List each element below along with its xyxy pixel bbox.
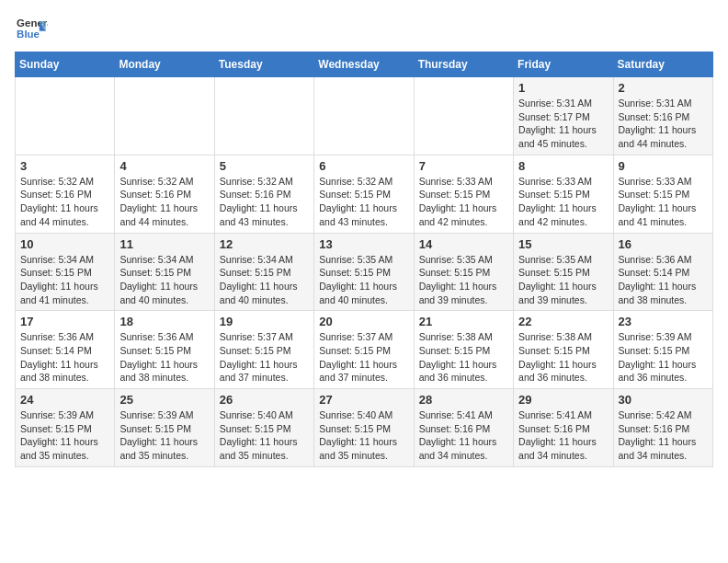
day-number: 7	[419, 159, 508, 173]
calendar-cell	[414, 77, 513, 155]
calendar-cell: 9Sunrise: 5:33 AM Sunset: 5:15 PM Daylig…	[613, 155, 712, 233]
day-info: Sunrise: 5:34 AM Sunset: 5:15 PM Dayligh…	[119, 253, 209, 307]
weekday-header-monday: Monday	[115, 52, 214, 77]
day-info: Sunrise: 5:39 AM Sunset: 5:15 PM Dayligh…	[119, 408, 209, 463]
weekday-header-saturday: Saturday	[613, 52, 712, 77]
day-info: Sunrise: 5:33 AM Sunset: 5:15 PM Dayligh…	[619, 175, 708, 229]
day-number: 1	[518, 81, 608, 95]
day-number: 20	[319, 315, 408, 328]
calendar-cell: 22Sunrise: 5:38 AM Sunset: 5:15 PM Dayli…	[514, 311, 613, 389]
day-number: 18	[119, 315, 209, 328]
calendar-cell: 1Sunrise: 5:31 AM Sunset: 5:17 PM Daylig…	[514, 77, 613, 155]
day-number: 24	[20, 393, 109, 407]
day-number: 14	[419, 237, 508, 251]
calendar-week-2: 3Sunrise: 5:32 AM Sunset: 5:16 PM Daylig…	[16, 155, 713, 233]
calendar-cell: 13Sunrise: 5:35 AM Sunset: 5:15 PM Dayli…	[314, 233, 414, 311]
calendar-table: SundayMondayTuesdayWednesdayThursdayFrid…	[15, 52, 713, 467]
calendar-cell: 14Sunrise: 5:35 AM Sunset: 5:15 PM Dayli…	[414, 233, 513, 311]
calendar-cell: 12Sunrise: 5:34 AM Sunset: 5:15 PM Dayli…	[214, 233, 313, 311]
day-info: Sunrise: 5:41 AM Sunset: 5:16 PM Dayligh…	[518, 408, 608, 463]
calendar-cell: 16Sunrise: 5:36 AM Sunset: 5:14 PM Dayli…	[613, 233, 712, 311]
calendar-cell: 28Sunrise: 5:41 AM Sunset: 5:16 PM Dayli…	[414, 389, 513, 467]
logo: General Blue	[15, 15, 48, 42]
calendar-cell: 7Sunrise: 5:33 AM Sunset: 5:15 PM Daylig…	[414, 155, 513, 233]
calendar-cell: 29Sunrise: 5:41 AM Sunset: 5:16 PM Dayli…	[514, 389, 613, 467]
calendar-cell: 18Sunrise: 5:36 AM Sunset: 5:15 PM Dayli…	[115, 311, 214, 389]
calendar-cell: 19Sunrise: 5:37 AM Sunset: 5:15 PM Dayli…	[214, 311, 313, 389]
day-number: 11	[119, 237, 209, 251]
day-number: 27	[319, 393, 408, 407]
day-info: Sunrise: 5:34 AM Sunset: 5:15 PM Dayligh…	[220, 253, 309, 307]
calendar-cell: 26Sunrise: 5:40 AM Sunset: 5:15 PM Dayli…	[214, 389, 313, 467]
day-info: Sunrise: 5:33 AM Sunset: 5:15 PM Dayligh…	[518, 175, 608, 229]
day-info: Sunrise: 5:42 AM Sunset: 5:16 PM Dayligh…	[619, 408, 708, 463]
calendar-week-5: 24Sunrise: 5:39 AM Sunset: 5:15 PM Dayli…	[16, 389, 713, 467]
day-info: Sunrise: 5:39 AM Sunset: 5:15 PM Dayligh…	[20, 408, 109, 463]
day-number: 28	[419, 393, 508, 407]
calendar-week-1: 1Sunrise: 5:31 AM Sunset: 5:17 PM Daylig…	[16, 77, 713, 155]
day-number: 29	[518, 393, 608, 407]
calendar-cell	[214, 77, 313, 155]
day-number: 2	[619, 81, 708, 95]
day-info: Sunrise: 5:38 AM Sunset: 5:15 PM Dayligh…	[419, 330, 508, 385]
calendar-cell: 10Sunrise: 5:34 AM Sunset: 5:15 PM Dayli…	[16, 233, 115, 311]
day-info: Sunrise: 5:32 AM Sunset: 5:16 PM Dayligh…	[20, 175, 109, 229]
day-number: 5	[220, 159, 309, 173]
day-info: Sunrise: 5:31 AM Sunset: 5:16 PM Dayligh…	[619, 97, 708, 151]
day-number: 15	[518, 237, 608, 251]
calendar-cell: 4Sunrise: 5:32 AM Sunset: 5:16 PM Daylig…	[115, 155, 214, 233]
header-row: SundayMondayTuesdayWednesdayThursdayFrid…	[16, 52, 713, 77]
day-number: 21	[419, 315, 508, 328]
day-number: 23	[619, 315, 708, 328]
page-header: General Blue	[15, 15, 713, 42]
day-info: Sunrise: 5:35 AM Sunset: 5:15 PM Dayligh…	[319, 253, 408, 307]
day-number: 6	[319, 159, 408, 173]
calendar-cell	[115, 77, 214, 155]
day-info: Sunrise: 5:40 AM Sunset: 5:15 PM Dayligh…	[220, 408, 309, 463]
calendar-cell: 11Sunrise: 5:34 AM Sunset: 5:15 PM Dayli…	[115, 233, 214, 311]
day-number: 17	[20, 315, 109, 328]
day-info: Sunrise: 5:39 AM Sunset: 5:15 PM Dayligh…	[619, 330, 708, 385]
day-number: 4	[119, 159, 209, 173]
day-info: Sunrise: 5:36 AM Sunset: 5:14 PM Dayligh…	[619, 253, 708, 307]
day-info: Sunrise: 5:37 AM Sunset: 5:15 PM Dayligh…	[220, 330, 309, 385]
logo-icon: General Blue	[15, 15, 48, 42]
svg-text:Blue: Blue	[17, 29, 40, 40]
weekday-header-sunday: Sunday	[16, 52, 115, 77]
calendar-cell: 17Sunrise: 5:36 AM Sunset: 5:14 PM Dayli…	[16, 311, 115, 389]
weekday-header-thursday: Thursday	[414, 52, 513, 77]
calendar-cell	[314, 77, 414, 155]
calendar-cell: 5Sunrise: 5:32 AM Sunset: 5:16 PM Daylig…	[214, 155, 313, 233]
weekday-header-friday: Friday	[514, 52, 613, 77]
day-number: 13	[319, 237, 408, 251]
day-number: 9	[619, 159, 708, 173]
weekday-header-tuesday: Tuesday	[214, 52, 313, 77]
calendar-cell: 27Sunrise: 5:40 AM Sunset: 5:15 PM Dayli…	[314, 389, 414, 467]
day-info: Sunrise: 5:40 AM Sunset: 5:15 PM Dayligh…	[319, 408, 408, 463]
calendar-cell: 25Sunrise: 5:39 AM Sunset: 5:15 PM Dayli…	[115, 389, 214, 467]
calendar-cell: 30Sunrise: 5:42 AM Sunset: 5:16 PM Dayli…	[613, 389, 712, 467]
calendar-cell: 15Sunrise: 5:35 AM Sunset: 5:15 PM Dayli…	[514, 233, 613, 311]
calendar-cell	[16, 77, 115, 155]
day-info: Sunrise: 5:36 AM Sunset: 5:15 PM Dayligh…	[119, 330, 209, 385]
day-number: 22	[518, 315, 608, 328]
day-info: Sunrise: 5:36 AM Sunset: 5:14 PM Dayligh…	[20, 330, 109, 385]
day-number: 3	[20, 159, 109, 173]
day-number: 12	[220, 237, 309, 251]
calendar-cell: 20Sunrise: 5:37 AM Sunset: 5:15 PM Dayli…	[314, 311, 414, 389]
day-info: Sunrise: 5:38 AM Sunset: 5:15 PM Dayligh…	[518, 330, 608, 385]
day-info: Sunrise: 5:33 AM Sunset: 5:15 PM Dayligh…	[419, 175, 508, 229]
day-number: 8	[518, 159, 608, 173]
calendar-week-3: 10Sunrise: 5:34 AM Sunset: 5:15 PM Dayli…	[16, 233, 713, 311]
calendar-cell: 21Sunrise: 5:38 AM Sunset: 5:15 PM Dayli…	[414, 311, 513, 389]
day-number: 10	[20, 237, 109, 251]
day-number: 16	[619, 237, 708, 251]
day-number: 26	[220, 393, 309, 407]
calendar-cell: 24Sunrise: 5:39 AM Sunset: 5:15 PM Dayli…	[16, 389, 115, 467]
weekday-header-wednesday: Wednesday	[314, 52, 414, 77]
day-info: Sunrise: 5:35 AM Sunset: 5:15 PM Dayligh…	[419, 253, 508, 307]
calendar-cell: 6Sunrise: 5:32 AM Sunset: 5:15 PM Daylig…	[314, 155, 414, 233]
calendar-cell: 2Sunrise: 5:31 AM Sunset: 5:16 PM Daylig…	[613, 77, 712, 155]
day-info: Sunrise: 5:32 AM Sunset: 5:16 PM Dayligh…	[220, 175, 309, 229]
calendar-week-4: 17Sunrise: 5:36 AM Sunset: 5:14 PM Dayli…	[16, 311, 713, 389]
